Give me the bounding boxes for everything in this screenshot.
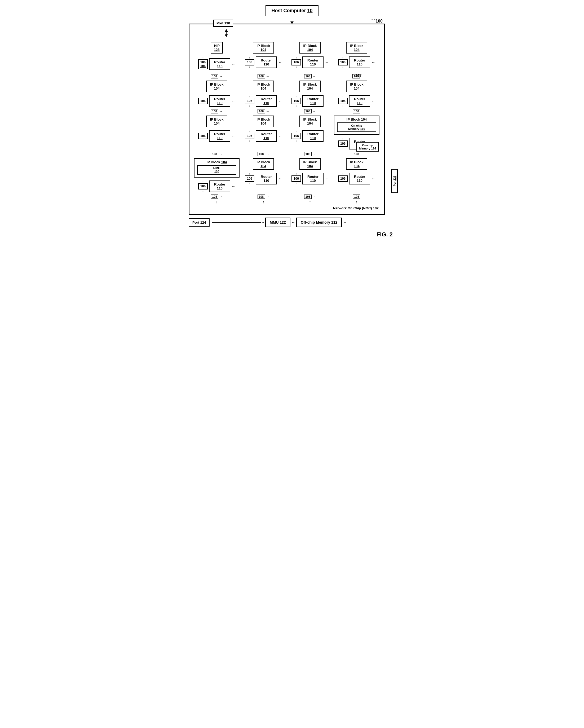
oncm-116-label2: Memory 116 [340,127,374,130]
cell-4-2-top: IP Block 104 [253,158,274,172]
noc-num: 102 [373,206,379,210]
cell-2-3: IP Block 104 ↑ 106 ↓ Router 110 [287,79,333,109]
ip-block-3-4: IP Block 104 On-chip Memory 116 [334,115,379,135]
ip-block-label: IP Block [256,44,271,48]
h-row-1-connectors: 108 → 108 → 108 → 108 [193,74,380,78]
oncm-114-box: On-chip Memory 114 [356,142,379,152]
router-1-2: Router 110 [256,56,277,68]
cell-3-1-router-row: ↑ 106 ↓ Router 110 ← [198,130,235,142]
bottom-section: Port 124 → MMU 122 ↔ Off-chip Memory 112… [189,217,395,227]
port126-label: Port [393,180,396,186]
iface-1-2: 106 [245,59,255,66]
cell-3-2-router-row: ↑ 106 ↓ Router 110 ← [245,130,282,142]
iface-4-1: 106 [198,183,208,189]
grid-row-2: IP Block 104 ↑ 106 ↓ Router 110 [193,79,380,109]
cell-4-1-router-row: ↑ 106 ↓ Router 110 ← [198,180,235,192]
offchip-memory-box: Off-chip Memory 112 [296,217,342,227]
ip-block-num: 104 [261,48,266,52]
cell-2-1: IP Block 104 ↑ 106 ↓ Router 110 [193,79,240,109]
arrow-left-1: ← [343,220,347,225]
router-4-4: Router 110 [349,173,370,184]
fig-text: FIG. 2 [376,231,393,238]
router-3-1: Router 110 [209,130,230,142]
router-4-3: Router 110 [302,173,323,184]
noc-label: Network On Chip (NOC) 102 [193,206,380,210]
cell-4-4-top: IP Block 104 [346,158,367,172]
port-126-box: Port 126 [391,169,398,193]
cell-4-3-router-row: ↑ 106 ↓ Router 110 ← [291,173,328,185]
port-130-box: Port 130 [213,20,233,27]
grid-row-3: IP Block 104 ↑ 106 ↓ Router 110 [193,114,380,151]
cell-3-3-router-row: ↑ 106 ↓ Router 110 ← [291,130,328,142]
cell-3-2: IP Block 104 ↑ 106 ↓ Router 110 [240,114,287,151]
router-1-1: Router 110 [209,58,230,70]
mmu-120-label: MMU [200,167,234,170]
router-2-2: Router 110 [256,95,277,107]
router-1-4: Router 110 [349,56,370,68]
port124-num: 124 [200,220,206,225]
router-4-1: Router 110 [209,180,230,192]
cell-2-1-top: IP Block 104 [206,81,227,94]
cell-1-4: IP Block 104 ↑ 106 ↓ Router 110 [333,40,380,74]
iface-3-3: 106 [291,133,301,139]
router-3-2: Router 110 [256,130,277,142]
oncm-114-label: On-chip [359,144,376,147]
cell-2-4-router-row: ↑ 106 ↓ Router 110 ← [338,95,375,107]
host-computer-box: Host Computer 10 [266,5,318,16]
cell-3-4-top: IP Block 104 On-chip Memory 116 [334,115,379,136]
noc-box: ⌒100 Port 130 118 Port 126 [189,24,385,215]
iface-2-1: 106 [198,98,208,104]
ip-block-4-4: IP Block 104 [346,158,367,170]
cell-4-4: On-chip Memory 114 IP Block 104 ↑ 106 [333,157,380,194]
cell-4-2-router-row: ↑ 106 ↓ Router 110 ← [245,173,282,185]
noc-ref-num-val: 100 [375,19,382,23]
cell-4-4-router-row: ↑ 106 ↓ Router 110 ← [338,173,375,185]
cell-1-2-top: IP Block 104 [253,42,274,55]
cell-1-2-router-row: ↑ 106 ↓ Router 110 ← [245,56,282,68]
cell-1-3: IP Block 104 ↑ 106 ↓ Router 110 [287,40,333,74]
host-num: 10 [307,8,312,13]
ip-block-1-3: IP Block 104 [299,42,321,54]
router-label: Router [212,60,227,64]
grid-row-4: IP Block 104 MMU 120 ↑ 106 ↓ [193,157,380,194]
cell-2-1-router-row: ↑ 106 ↓ Router 110 ← [198,95,235,107]
mmu122-num: 122 [280,220,286,225]
cell-2-2: IP Block 104 ↑ 106 ↓ Router 110 [240,79,287,109]
oncm-116-label: On-chip [340,124,374,127]
cell-3-1: IP Block 104 ↑ 106 ↓ Router 110 [193,114,240,151]
noc-label-text: Network On Chip (NOC) [333,206,372,210]
hip-label: HIP [214,44,220,48]
mmu-120-box: MMU 120 [197,165,236,175]
cell-1-3-router-row: ↑ 106 ↓ Router 110 ← [291,56,328,68]
router-num: 110 [217,64,222,68]
host-label: Host Computer [271,8,306,13]
ip-block-2-4: IP Block 104 [346,81,367,92]
arrow-right-1: → [261,220,265,225]
mmu-122-box: MMU 122 [265,217,290,227]
cell-1-3-top: IP Block 104 [299,42,321,55]
cell-1-1: HIP 128 ↑ 106106 ↓ Router 110 [193,40,240,74]
oncm-114-label2: Memory 114 [359,147,376,150]
cell-4-2: IP Block 104 ↑ 106 ↓ Router 110 [240,157,287,194]
cell-4-1-top: IP Block 104 MMU 120 [194,158,240,179]
iface-1-3: 106 [291,59,301,66]
router-4-2: Router 110 [256,173,277,184]
cell-2-2-top: IP Block 104 [253,81,274,94]
cell-1-4-top: IP Block 104 [346,42,367,55]
cell-1-1-router-row: ↑ 106106 ↓ Router 110 ← [198,56,235,72]
ip-block-3-3: IP Block 104 [299,115,321,127]
router-2-1: Router 110 [209,95,230,107]
ip-block-3-1: IP Block 104 [206,115,227,127]
cell-2-4: IP Block 104 ↑ 106 ↓ Router 110 [333,79,380,109]
cell-3-3: IP Block 104 ↑ 106 ↓ Router 110 [287,114,333,151]
h-row-3-connectors: 108 → 108 → 108 → 108 [193,152,380,156]
cell-3-3-top: IP Block 104 [299,115,321,129]
hip-box: HIP 128 [211,42,223,54]
cell-3-2-top: IP Block 104 [253,115,274,129]
fig-label: FIG. 2 [189,231,395,238]
iface-1-4: 106 [338,59,348,66]
iface-3-2: 106 [245,133,255,139]
iface-1-1: 106106 [198,59,208,69]
cell-1-4-router-row: ↑ 106 ↓ Router 110 ← [338,56,375,68]
router-1-3: Router 110 [302,56,323,68]
